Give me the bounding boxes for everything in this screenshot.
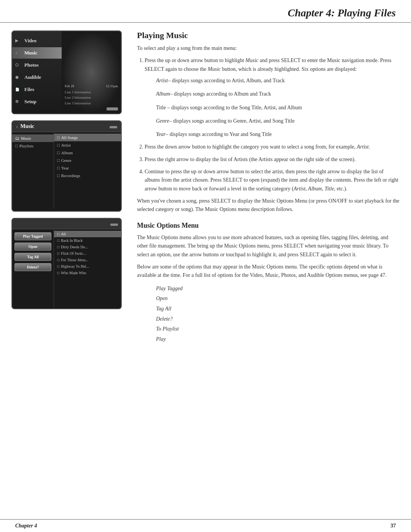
option-title: Title – displays songs according to the … — [156, 103, 400, 112]
option-album: Album– displays songs according to Album… — [156, 89, 400, 99]
options-scroll — [110, 224, 118, 226]
footer-chapter-label: Chapter 4 — [15, 523, 37, 529]
video-icon — [15, 37, 22, 44]
music-left-playlists: □ Playlists — [12, 142, 54, 150]
music-scroll — [110, 126, 117, 128]
option-tag-all[interactable]: Tag All — [14, 253, 51, 261]
options-list-to-playlist: To Playlist — [156, 324, 400, 334]
options-list-play: Play — [156, 334, 400, 345]
page-header: Chapter 4: Playing Files — [0, 0, 411, 23]
options-list-delete: Delete? — [156, 314, 400, 324]
option-open[interactable]: Open — [14, 243, 51, 251]
options-right-back-in-black: □ Back In Black — [54, 237, 121, 244]
intro-text: To select and play a song from the main … — [137, 44, 400, 53]
menu-item-setup: Setup — [12, 96, 62, 107]
screenshot-main-menu: Video Music Photos Audible Files — [11, 30, 122, 114]
option-play-tagged[interactable]: Play Tagged — [14, 232, 51, 240]
steps-list: Press the up or down arrow button to hig… — [145, 56, 400, 193]
menu-item-audible: Audible — [12, 72, 62, 83]
options-list-open: Open — [156, 294, 400, 304]
music-right-artist: □ Artist — [54, 141, 121, 149]
music-left-music: 🗂 Music — [12, 134, 54, 142]
audible-icon — [15, 74, 22, 81]
footer-page-number: 37 — [390, 523, 396, 529]
scroll-indicator — [107, 107, 118, 110]
options-right-all: □ All — [54, 231, 121, 237]
music-options-list: Play Tagged Open Tag All Delete? To Play… — [156, 284, 400, 345]
info-lines: Line 1 Information Line 2 Information Li… — [65, 89, 118, 106]
menu-item-music: Music — [12, 47, 62, 59]
text-column: Playing Music To select and play a song … — [137, 30, 400, 347]
music-right-genre: □ Genre — [54, 157, 121, 164]
music-right-allsongs: □ All Songs — [54, 134, 121, 141]
music-options-paragraph2: Below are some of the options that may a… — [137, 263, 400, 280]
screenshots-column: Video Music Photos Audible Files — [11, 30, 126, 347]
menu-item-photos: Photos — [12, 59, 62, 71]
options-list-play-tagged: Play Tagged — [156, 284, 400, 294]
menu-item-video: Video — [12, 35, 62, 46]
music-menu-header: Music — [12, 121, 121, 132]
screenshot-music-options: Play Tagged Open Tag All Delete? □ All □… — [11, 218, 122, 309]
main-menu-left: Video Music Photos Audible Files — [12, 31, 62, 113]
step-4: Continue to press the up or down arrow b… — [145, 168, 400, 193]
options-right-for-those: □ For Those Abou... — [54, 257, 121, 263]
options-right-panel: □ All □ Back In Black □ Dirty Deeds Do..… — [54, 229, 121, 308]
page-footer: Chapter 4 37 — [0, 519, 411, 532]
options-header — [12, 219, 121, 229]
music-right-panel: □ All Songs □ Artist □ Album □ Genre — [54, 132, 121, 209]
options-right-highway: □ Highway To Hel... — [54, 263, 121, 270]
music-left-panel: 🗂 Music □ Playlists — [12, 132, 54, 209]
music-right-year: □ Year — [54, 164, 121, 172]
music-menu-body: 🗂 Music □ Playlists □ All Songs □ — [12, 132, 121, 209]
menu-item-files: Files — [12, 84, 62, 95]
music-options-paragraph1: The Music Options menu allows you to use… — [137, 233, 400, 259]
after-steps-text: When you've chosen a song, press SELECT … — [137, 197, 400, 214]
music-header-icon — [16, 123, 18, 129]
step-2: Press the down arrow button to highlight… — [145, 143, 400, 151]
option-year: Year– displays songs according to Year a… — [156, 129, 400, 139]
datetime-display: Feb 28 12:31pm — [65, 84, 118, 88]
option-genre: Genre– displays songs according to Genre… — [156, 116, 400, 126]
music-options-title: Music Options Menu — [137, 222, 400, 230]
options-body: Play Tagged Open Tag All Delete? □ All □… — [12, 229, 121, 308]
screenshot-music-menu: Music 🗂 Music □ Playlists — [11, 120, 122, 212]
music-right-recordings: □ Recordings — [54, 172, 121, 179]
content-wrapper: Video Music Photos Audible Files — [0, 30, 411, 347]
setup-icon — [15, 98, 22, 105]
options-right-dirty-deeds: □ Dirty Deeds Do... — [54, 244, 121, 250]
music-icon — [15, 50, 22, 56]
photos-icon — [15, 62, 22, 69]
options-right-who-made-who: □ Who Made Who — [54, 270, 121, 276]
options-left-panel: Play Tagged Open Tag All Delete? — [12, 229, 54, 308]
chapter-title: Chapter 4: Playing Files — [15, 7, 396, 22]
option-delete[interactable]: Delete? — [14, 263, 51, 271]
music-right-album: □ Album — [54, 149, 121, 157]
main-menu-right: Feb 28 12:31pm Line 1 Information Line 2… — [62, 31, 121, 113]
options-list-tag-all: Tag All — [156, 304, 400, 314]
options-right-flick: □ Flick Of Switc... — [54, 250, 121, 257]
step-3: Press the right arrow to display the lis… — [145, 155, 400, 164]
files-icon — [15, 86, 22, 93]
playing-music-title: Playing Music — [137, 30, 400, 40]
six-options: Artist– displays songs according to Arti… — [156, 76, 400, 139]
step-1: Press the up or down arrow button to hig… — [145, 56, 400, 139]
option-artist: Artist– displays songs according to Arti… — [156, 76, 400, 85]
